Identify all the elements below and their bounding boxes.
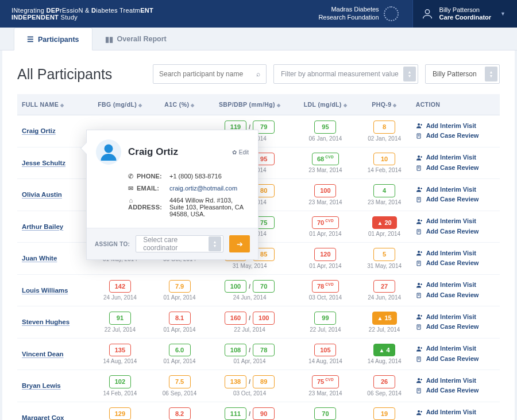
add-interim-visit-link[interactable]: Add Interim Visit (416, 121, 495, 131)
participant-link[interactable]: Craig Ortiz (22, 127, 56, 134)
sbp-badge: 100 (225, 280, 246, 293)
phq-badge: 8 (373, 120, 395, 134)
add-case-review-link[interactable]: Add Case Review (416, 354, 495, 364)
add-case-review-link[interactable]: Add Case Review (416, 131, 495, 141)
warning-icon: ▲ (377, 315, 383, 321)
svg-point-4 (418, 219, 420, 221)
ldl-badge: 95 (314, 120, 336, 134)
svg-point-6 (418, 283, 420, 285)
participant-link[interactable]: Louis Williams (22, 287, 68, 294)
phq-badge: 5 (373, 248, 395, 261)
participant-link[interactable]: Margaret Cox (22, 414, 64, 420)
add-review-icon (416, 356, 423, 363)
sort-icon: ◆ (60, 103, 64, 108)
col-fbg[interactable]: FBG (mg/dL)◆ (87, 94, 153, 115)
assign-submit-button[interactable]: ➔ (229, 235, 250, 252)
col-phq[interactable]: PHQ-9◆ (358, 94, 411, 115)
svg-point-5 (418, 251, 420, 253)
col-ldl[interactable]: LDL (mg/dL)◆ (293, 94, 357, 115)
user-menu[interactable]: Billy Patterson Care Coordinator ▼ (412, 0, 517, 28)
email-value[interactable]: craig.ortiz@hotmail.com (169, 185, 249, 192)
measure-badge: 8.1 (169, 312, 191, 325)
add-user-icon (416, 345, 423, 352)
measure-date: 14 Feb, 2014 (362, 167, 407, 173)
add-interim-visit-link[interactable]: Add Interim Visit (416, 185, 495, 195)
svg-point-0 (425, 10, 429, 14)
measure-badge: 6.0 (169, 344, 191, 357)
add-interim-visit-link[interactable]: Add Interim Visit (416, 376, 495, 386)
measure-date: 23 Mar, 2014 (298, 390, 353, 396)
add-review-icon (416, 196, 423, 203)
warning-icon: ▲ (379, 347, 385, 353)
add-interim-visit-link[interactable]: Add Interim Visit (416, 312, 495, 322)
participant-link[interactable]: Vincent Dean (22, 351, 64, 357)
col-name[interactable]: FULL NAME◆ (17, 94, 87, 115)
measure-date: 14 Aug, 2014 (298, 358, 353, 364)
table-row: Vincent Dean13514 Aug, 20146.001 Apr, 20… (17, 338, 500, 370)
col-bp[interactable]: SBP/DBP (mm/Hg)◆ (206, 94, 293, 115)
table-row: Louis Williams14224 Jun, 20147.901 Apr, … (17, 274, 500, 306)
tab-participants[interactable]: ☰Participants (14, 28, 92, 50)
svg-point-10 (418, 410, 420, 413)
phq-badge: ▲20 (372, 216, 397, 230)
add-interim-visit-link[interactable]: Add Interim Visit (416, 407, 495, 418)
spinner-icon[interactable]: ▲▼ (485, 67, 497, 81)
ldl-badge: 70CVD (312, 216, 339, 230)
add-review-icon (416, 292, 423, 299)
measure-date: 01 Apr, 2014 (157, 358, 202, 364)
search-icon[interactable]: ⌕ (256, 70, 260, 78)
phq-badge: 10 (373, 153, 395, 166)
table-row: Bryan Lewis10214 Feb, 20147.506 Sep, 201… (17, 370, 500, 402)
add-case-review-link[interactable]: Add Case Review (416, 290, 495, 301)
filter-coordinator[interactable]: Billy Patterson ▲▼ (425, 64, 500, 84)
add-interim-visit-link[interactable]: Add Interim Visit (416, 344, 495, 354)
measure-date: 24 Jun, 2014 (362, 294, 407, 301)
add-interim-visit-link[interactable]: Add Interim Visit (416, 153, 495, 163)
add-case-review-link[interactable]: Add Case Review (416, 227, 495, 237)
add-case-review-link[interactable]: Add Case Review (416, 163, 495, 173)
spinner-icon[interactable]: ▲▼ (209, 236, 221, 251)
assign-coordinator-select[interactable]: Select care coordinator ▲▼ (136, 235, 223, 252)
add-interim-visit-link[interactable]: Add Interim Visit (416, 248, 495, 259)
ldl-badge: 105 (314, 344, 336, 357)
search-box[interactable]: ⌕ (153, 64, 267, 84)
gear-icon: ✿ (232, 149, 237, 155)
phq-badge: 4 (373, 184, 395, 197)
add-interim-visit-link[interactable]: Add Interim Visit (416, 280, 495, 290)
participant-link[interactable]: Steven Hughes (22, 318, 70, 325)
svg-point-7 (418, 314, 420, 317)
participant-link[interactable]: Bryan Lewis (22, 382, 61, 389)
measure-date: 24 Jun, 2014 (92, 294, 149, 301)
main-panel: All Participants ⌕ Filter by abnormal me… (2, 50, 515, 420)
ldl-badge: 99 (314, 312, 336, 325)
search-input[interactable] (159, 70, 256, 78)
measure-date: 01 Apr, 2014 (298, 263, 353, 269)
add-case-review-link[interactable]: Add Case Review (416, 386, 495, 396)
phq-badge: ▲4 (373, 344, 395, 357)
participant-link[interactable]: Arthur Bailey (22, 223, 63, 230)
filter-measurement[interactable]: Filter by abnormal measurement value ▲▼ (273, 64, 418, 84)
add-case-review-link[interactable]: Add Case Review (416, 418, 495, 420)
avatar-icon (96, 139, 121, 165)
add-case-review-link[interactable]: Add Case Review (416, 322, 495, 332)
participant-link[interactable]: Juan White (22, 255, 57, 262)
ldl-badge: 70 (314, 407, 336, 421)
add-user-icon (416, 218, 423, 225)
ldl-badge: 78CVD (312, 280, 339, 293)
dbp-badge: 90 (253, 407, 275, 421)
add-interim-visit-link[interactable]: Add Interim Visit (416, 216, 495, 227)
participant-link[interactable]: Olivia Austin (22, 191, 62, 198)
edit-button[interactable]: ✿Edit (232, 149, 249, 155)
measure-date: 03 Oct, 2014 (211, 390, 288, 396)
col-a1c[interactable]: A1C (%)◆ (153, 94, 206, 115)
sort-icon: ◆ (344, 103, 347, 108)
ldl-badge: 68CVD (312, 153, 339, 166)
add-user-icon (416, 154, 423, 161)
add-case-review-link[interactable]: Add Case Review (416, 195, 495, 205)
add-case-review-link[interactable]: Add Case Review (416, 258, 495, 269)
svg-point-11 (105, 145, 113, 153)
spinner-icon[interactable]: ▲▼ (403, 67, 416, 81)
tab-overall-report[interactable]: ▮▮Overall Report (92, 28, 179, 50)
participant-link[interactable]: Jesse Schultz (22, 160, 65, 166)
phone-icon: ✆ (128, 173, 134, 180)
